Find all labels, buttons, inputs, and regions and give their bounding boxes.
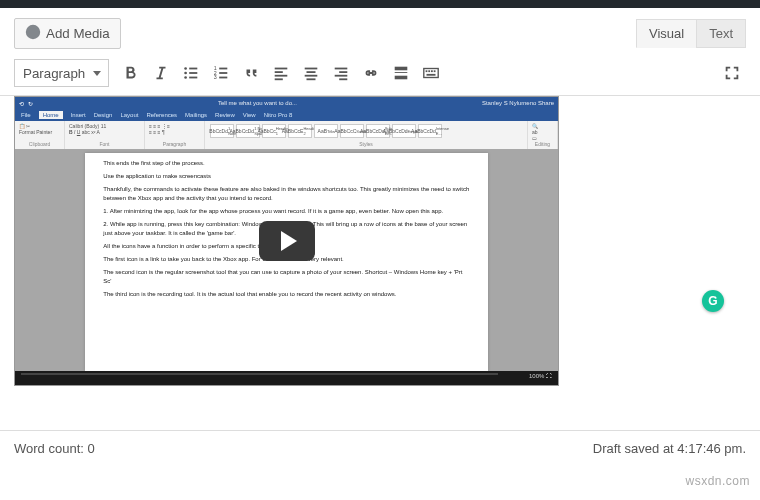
play-button[interactable] <box>259 221 315 261</box>
editor-chrome-row: Add Media Visual Text <box>0 8 760 55</box>
video-embed[interactable]: ⟲↻ Tell me what you want to do... Stanle… <box>14 96 559 386</box>
svg-rect-23 <box>339 78 347 80</box>
ol-button[interactable]: 123 <box>207 59 235 87</box>
doc-line: 1. After minimizing the app, look for th… <box>103 207 469 216</box>
svg-rect-13 <box>275 71 283 73</box>
toolbar-toggle-button[interactable] <box>417 59 445 87</box>
doc-line: The second icon is the regular screensho… <box>103 268 469 286</box>
editor-body[interactable]: ⟲↻ Tell me what you want to do... Stanle… <box>0 96 760 396</box>
word-document-page: This ends the first step of the process.… <box>85 153 487 371</box>
doc-line: The third icon is the recording tool. It… <box>103 290 469 299</box>
keyboard-icon <box>422 64 440 82</box>
align-center-button[interactable] <box>297 59 325 87</box>
style-item: AaBbCcDdIntense E... <box>418 124 442 138</box>
draft-saved-status: Draft saved at 4:17:46 pm. <box>593 441 746 456</box>
word-ribbon: 📋 ✂Format Painter Clipboard Calibri (Bod… <box>15 121 558 149</box>
svg-rect-15 <box>275 78 283 80</box>
svg-rect-17 <box>307 71 316 73</box>
svg-rect-11 <box>219 77 227 79</box>
doc-line: Use the application to make screencasts <box>103 172 469 181</box>
svg-rect-29 <box>428 70 430 72</box>
svg-rect-26 <box>395 76 408 80</box>
svg-rect-25 <box>395 72 408 73</box>
align-left-button[interactable] <box>267 59 295 87</box>
list-ol-icon: 123 <box>212 64 230 82</box>
italic-button[interactable] <box>147 59 175 87</box>
svg-rect-27 <box>424 69 438 78</box>
add-media-label: Add Media <box>46 26 110 41</box>
editor-toolbar: Paragraph 123 <box>0 55 760 96</box>
svg-rect-19 <box>307 78 316 80</box>
editor-mode-tabs: Visual Text <box>637 19 746 48</box>
svg-rect-1 <box>189 68 197 70</box>
align-center-icon <box>302 64 320 82</box>
tab-visual[interactable]: Visual <box>636 19 697 48</box>
italic-icon <box>152 64 170 82</box>
svg-rect-20 <box>335 68 348 70</box>
svg-rect-31 <box>434 70 436 72</box>
svg-rect-3 <box>189 72 197 74</box>
list-ul-icon <box>182 64 200 82</box>
svg-rect-28 <box>426 70 428 72</box>
svg-rect-21 <box>339 71 347 73</box>
align-right-icon <box>332 64 350 82</box>
align-left-icon <box>272 64 290 82</box>
format-select-wrap: Paragraph <box>14 59 109 87</box>
word-titlebar: ⟲↻ Tell me what you want to do... Stanle… <box>15 97 558 109</box>
svg-rect-22 <box>335 75 348 77</box>
svg-rect-30 <box>431 70 433 72</box>
fullscreen-icon <box>723 64 741 82</box>
tab-text[interactable]: Text <box>696 19 746 48</box>
watermark: wsxdn.com <box>685 474 750 488</box>
svg-rect-16 <box>305 68 318 70</box>
quote-icon <box>242 64 260 82</box>
format-select[interactable]: Paragraph <box>14 59 109 87</box>
doc-line: This ends the first step of the process. <box>103 159 469 168</box>
media-icon <box>25 24 41 43</box>
readmore-icon <box>392 64 410 82</box>
svg-point-2 <box>184 72 187 75</box>
word-page-area: This ends the first step of the process.… <box>15 149 558 375</box>
bold-icon <box>122 64 140 82</box>
link-button[interactable] <box>357 59 385 87</box>
add-media-button[interactable]: Add Media <box>14 18 121 49</box>
video-controls[interactable]: 100% ⛶ <box>15 371 558 385</box>
word-menu-tabs: File Home Insert Design Layout Reference… <box>15 109 558 121</box>
svg-point-0 <box>184 67 187 70</box>
readmore-button[interactable] <box>387 59 415 87</box>
fullscreen-button[interactable] <box>718 59 746 87</box>
svg-rect-32 <box>427 74 436 76</box>
doc-line: Thankfully, the commands to activate the… <box>103 185 469 203</box>
svg-rect-24 <box>395 67 408 71</box>
ul-button[interactable] <box>177 59 205 87</box>
style-item: AaBbCcEHeading 2 <box>288 124 312 138</box>
svg-rect-7 <box>219 68 227 70</box>
svg-rect-9 <box>219 72 227 74</box>
grammarly-icon[interactable]: G <box>702 290 724 312</box>
svg-rect-12 <box>275 68 288 70</box>
align-right-button[interactable] <box>327 59 355 87</box>
bold-button[interactable] <box>117 59 145 87</box>
word-count: Word count: 0 <box>14 441 95 456</box>
video-progress-bar[interactable] <box>21 373 498 375</box>
progress-pct: 100% <box>529 373 544 379</box>
svg-rect-14 <box>275 75 288 77</box>
link-icon <box>362 64 380 82</box>
svg-rect-5 <box>189 77 197 79</box>
quote-button[interactable] <box>237 59 265 87</box>
svg-point-4 <box>184 76 187 79</box>
admin-topbar <box>0 0 760 8</box>
svg-rect-18 <box>305 75 318 77</box>
editor-footer: Word count: 0 Draft saved at 4:17:46 pm. <box>0 430 760 466</box>
svg-text:3: 3 <box>214 74 217 80</box>
